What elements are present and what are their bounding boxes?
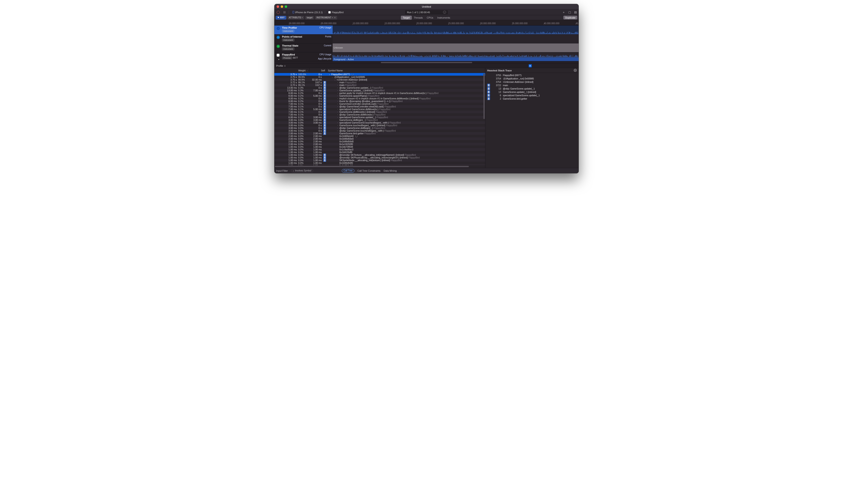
tree-row[interactable]: 3.75 s99.9%32.00 ms⌄<Unknown Address> [i… bbox=[274, 78, 485, 81]
track-poi[interactable]: Points of InterestInstrumentPoints bbox=[274, 34, 579, 43]
timeline-hscroll[interactable] bbox=[274, 61, 579, 64]
filter-attribute[interactable]: ATTRIBUTE ▾ bbox=[288, 16, 304, 19]
stack-trace-row[interactable]: 13@objc GameScene.update(_:) bbox=[485, 87, 579, 90]
run-status-text: Run 1 of 1 | 00:00:45 bbox=[407, 11, 430, 14]
tree-row[interactable]: 13.00 ms0.3%0 s›@objc GameScene.update(_… bbox=[274, 86, 485, 89]
tree-row[interactable]: 3.75 s100.0%0 s⌄FlappyBird (6977) bbox=[274, 73, 485, 76]
stack-trace-row[interactable]: 6specialized GameScene.update(_:) bbox=[485, 93, 579, 97]
tree-row[interactable]: 1.00 ms0.0%1.00 ms 0x1bb70f938 bbox=[274, 145, 485, 148]
tree-row[interactable]: 3.00 ms0.0%0 s›GameScene.touchesBegan(_:… bbox=[274, 124, 485, 127]
tree-row[interactable]: 1.00 ms0.0%1.00 ms @nonobjc SKPhysicsBod… bbox=[274, 156, 485, 159]
call-tree-pane: Weight⌄ Self Symbol Name 3.75 s100.0%0 s… bbox=[274, 68, 485, 168]
tree-row[interactable]: 7.00 ms0.1%0 s›@objc GameScene.didMove(t… bbox=[274, 113, 485, 116]
tree-hscroll[interactable] bbox=[274, 165, 485, 168]
tree-row[interactable]: 3.75 s99.9%0 s⌄-[UIApplication _run] 0x9… bbox=[274, 76, 485, 78]
tree-row[interactable]: 3.72 s99.1%3.67 s›main FlappyBird bbox=[274, 84, 485, 86]
library-button[interactable]: ▢ bbox=[568, 11, 571, 14]
tree-row[interactable]: 2.00 ms0.0%2.00 ms 0x1e19293f0 bbox=[274, 143, 485, 145]
view-tabs: Target Threads CPUs Instruments bbox=[401, 16, 452, 20]
tree-row[interactable]: 2.00 ms0.0%2.00 ms 0x1b99d56e0 bbox=[274, 138, 485, 140]
panels-button[interactable]: ▤ bbox=[574, 11, 577, 14]
tree-row[interactable]: 1.00 ms0.0%1.00 ms SKSpriteNode.__alloca… bbox=[274, 159, 485, 162]
user-code-icon bbox=[323, 129, 326, 132]
track-time-profiler[interactable]: Time ProfilerInstrumentCPU Usage bbox=[274, 25, 579, 34]
tree-row[interactable]: 6.00 ms0.1%3.00 ms›specialized GameScene… bbox=[274, 116, 485, 119]
tree-row[interactable]: 3.00 ms0.0%3.00 ms›specialized GameScene… bbox=[274, 121, 485, 124]
record-button[interactable] bbox=[276, 10, 280, 14]
col-self[interactable]: Self bbox=[310, 68, 327, 73]
tree-row[interactable]: 1.00 ms0.0%1.00 ms 0x1b91f3df8 bbox=[274, 151, 485, 154]
close-icon[interactable] bbox=[277, 5, 279, 8]
input-filter-label: Input Filter bbox=[276, 169, 288, 172]
heaviest-stack-pane: Heaviest Stack Trace 3755FlappyBird (697… bbox=[485, 68, 579, 168]
col-weight[interactable]: Weight⌄ bbox=[274, 68, 310, 73]
app-window: Untitled iPhone de Pierre (15.3.1) 〉 Fla… bbox=[274, 4, 579, 173]
user-code-icon bbox=[323, 105, 326, 108]
filter-any[interactable]: ⚑ ANY bbox=[276, 16, 286, 19]
tree-row[interactable]: 3.00 ms0.0%3.00 ms GameScene.didBegin(_:… bbox=[274, 119, 485, 121]
profile-selector[interactable]: Profile ▴▾ bbox=[276, 65, 285, 67]
tree-row[interactable]: 8.00 ms0.2%0 s›thunk for @escaping @call… bbox=[274, 100, 485, 103]
tree-row[interactable]: 13.00 ms0.3%7.00 ms›GameScene.update(_:)… bbox=[274, 89, 485, 92]
filter-instrument[interactable]: INSTRUMENT ▾ bbox=[315, 16, 337, 19]
stack-trace-row[interactable]: 3755FlappyBird (6977) bbox=[485, 73, 579, 77]
user-code-icon bbox=[323, 100, 326, 103]
duplicate-button[interactable]: Duplicate bbox=[563, 16, 577, 19]
tree-row[interactable]: 7.00 ms0.1%0 s›GameViewController.viewDi… bbox=[274, 103, 485, 105]
tab-cpus[interactable]: CPUs bbox=[425, 16, 435, 20]
col-symbol[interactable]: Symbol Name bbox=[327, 68, 485, 73]
tree-row[interactable]: 1.00 ms0.0%1.00 ms 0x1b99d56f0 bbox=[274, 162, 485, 164]
tree-row[interactable]: 7.00 ms0.1%0 s›GameScene.didMove(to:) [i… bbox=[274, 111, 485, 113]
user-code-icon bbox=[323, 84, 326, 87]
user-code-icon bbox=[323, 103, 326, 105]
stack-trace-row[interactable]: 3722main bbox=[485, 84, 579, 87]
info-icon[interactable]: i bbox=[443, 11, 446, 14]
window-controls bbox=[277, 5, 287, 8]
data-mining-menu[interactable]: Data Mining bbox=[384, 169, 397, 172]
tree-row[interactable]: 1.00 ms0.0%1.00 ms 0x1c9ad8ac0 bbox=[274, 148, 485, 151]
constraints-menu[interactable]: Call Tree Constraints bbox=[358, 169, 381, 172]
tree-row[interactable]: 8.00 ms0.2%5.00 ms›GameScene.spawnPipes(… bbox=[274, 94, 485, 97]
bottombar: Input Filter ⌕ Involves Symbol Call Tree… bbox=[274, 168, 579, 173]
stack-trace-row[interactable]: 13GameScene.update(_:) [inlined] bbox=[485, 90, 579, 93]
add-button[interactable]: ＋ bbox=[562, 10, 565, 14]
tree-row[interactable]: 2.00 ms0.0%2.00 ms 0x1b99d56d0 bbox=[274, 140, 485, 143]
minimize-icon[interactable] bbox=[281, 5, 283, 8]
track-chip: Instrument bbox=[282, 48, 294, 50]
tree-row[interactable]: 1.00 ms0.0%1.00 ms @nonobjc SKTexture.__… bbox=[274, 154, 485, 156]
extended-detail-icon[interactable]: E bbox=[529, 64, 532, 67]
tree-row[interactable]: 7.00 ms0.1%0 s›@objc GameViewController.… bbox=[274, 105, 485, 108]
close-icon bbox=[334, 17, 336, 19]
call-tree-rows[interactable]: 3.75 s100.0%0 s⌄FlappyBird (6977)3.75 s9… bbox=[274, 73, 485, 165]
tree-row[interactable]: 8.00 ms0.2%0 s›partial apply for implici… bbox=[274, 92, 485, 94]
filter-target[interactable]: target bbox=[305, 16, 314, 19]
pause-button[interactable] bbox=[282, 10, 286, 14]
tab-instruments[interactable]: Instruments bbox=[435, 16, 452, 20]
target-chooser[interactable]: iPhone de Pierre (15.3.1) 〉 FlappyBird bbox=[291, 10, 345, 14]
tree-row[interactable]: 3.00 ms0.0%0 s›@objc GameScene.didBegin(… bbox=[274, 127, 485, 129]
track-thermal[interactable]: Thermal StateInstrumentCurrentUnknown bbox=[274, 43, 579, 52]
call-tree-menu[interactable]: Call Tree bbox=[342, 169, 354, 173]
zoom-icon[interactable] bbox=[285, 5, 287, 8]
vscroll[interactable] bbox=[483, 73, 485, 165]
user-code-icon bbox=[323, 124, 326, 127]
stack-trace-row[interactable]: 3754<Unknown Address> [inlined] bbox=[485, 80, 579, 84]
gear-icon[interactable] bbox=[574, 69, 577, 72]
user-code-icon bbox=[323, 127, 326, 130]
tree-row[interactable]: 2.00 ms0.0%2.00 ms 0x1b988eb40 bbox=[274, 135, 485, 138]
stack-trace-row[interactable]: 3754-[UIApplication _run] 0x93985 bbox=[485, 77, 579, 80]
stack-trace-row[interactable]: 2GameScene.bird.getter bbox=[485, 97, 579, 100]
user-code-icon bbox=[323, 108, 326, 111]
timeline-ruler[interactable]: 00.000.000.00005.000.000.00010.000.000.0… bbox=[274, 20, 579, 25]
tree-row[interactable]: 3.00 ms0.0%0 s›@objc GameScene.touchesBe… bbox=[274, 129, 485, 132]
track-process[interactable]: ▸FlappyBirdProcess6977CPU UsageApp Lifec… bbox=[274, 52, 579, 61]
track-metric-label: CPU Usage bbox=[319, 26, 331, 29]
tree-row[interactable]: 3.72 s99.1%3.67 s›main FlappyBird bbox=[274, 81, 485, 84]
tree-row[interactable]: 8.00 ms0.2%0 s›implicit closure #2 in im… bbox=[274, 97, 485, 100]
tab-target[interactable]: Target bbox=[401, 16, 412, 20]
involves-symbol-filter[interactable]: ⌕ Involves Symbol bbox=[291, 169, 313, 173]
tree-row[interactable]: 2.00 ms0.0%2.00 ms GameScene.bird.getter… bbox=[274, 132, 485, 135]
loading-spinner-icon bbox=[355, 135, 358, 137]
tree-row[interactable]: 7.00 ms0.1%5.00 ms›specialized GameScene… bbox=[274, 108, 485, 111]
tab-threads[interactable]: Threads bbox=[412, 16, 425, 20]
